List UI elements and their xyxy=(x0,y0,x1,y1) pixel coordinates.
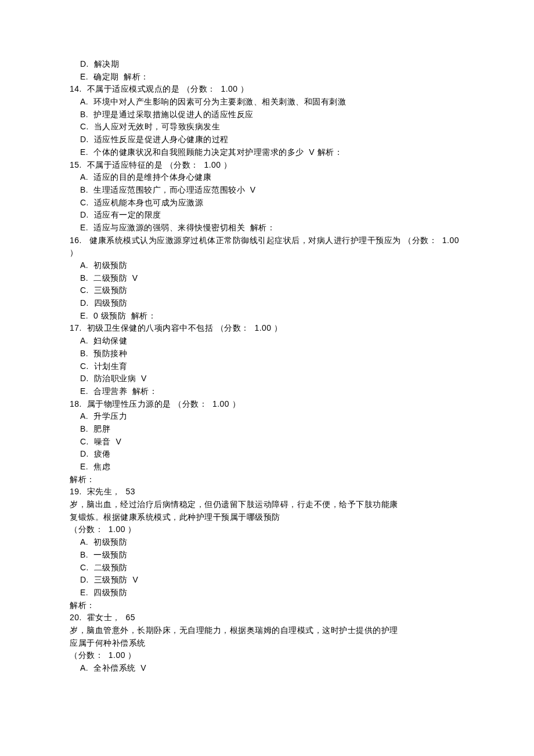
option-line: E. 0 级预防 解析： xyxy=(80,310,464,323)
option-line: B. 护理是通过采取措施以促进人的适应性反应 xyxy=(80,108,464,121)
document-body: D. 解决期E. 确定期 解析：14. 不属于适应模式观点的是 （分数： 1.0… xyxy=(70,58,464,675)
option-line: B. 二级预防 V xyxy=(80,272,464,285)
question-line: 解析： xyxy=(70,473,464,486)
option-line: A. 环境中对人产生影响的因素可分为主要刺激、相关刺激、和固有刺激 xyxy=(80,96,464,108)
option-line: C. 当人应对无效时，可导致疾病发生 xyxy=(80,121,464,133)
option-line: D. 四级预防 xyxy=(80,297,464,310)
option-line: C. 噪音 V xyxy=(80,436,464,448)
option-line: D. 三级预防 V xyxy=(80,574,464,587)
option-line: D. 解决期 xyxy=(80,58,464,71)
option-line: A. 妇幼保健 xyxy=(80,335,464,348)
question-line: 20. 霍女士， 65 xyxy=(70,612,464,624)
question-line: 17. 初级卫生保健的八项内容中不包括 （分数： 1.00 ） xyxy=(70,322,464,335)
question-line: 应属于何种补偿系统 xyxy=(70,637,464,650)
option-line: A. 升学压力 xyxy=(80,410,464,423)
option-line: A. 适应的目的是维持个体身心健康 xyxy=(80,171,464,184)
question-line: ） xyxy=(70,247,464,259)
question-line: 解析： xyxy=(70,599,464,612)
option-line: A. 初级预防 xyxy=(80,536,464,549)
question-line: 16. 健康系统模式认为应激源穿过机体正常防御线引起症状后，对病人进行护理干预应… xyxy=(70,234,464,247)
option-line: E. 个体的健康状况和自我照顾能力决定其对护理需求的多少 V 解析： xyxy=(80,146,464,159)
option-line: D. 适应有一定的限度 xyxy=(80,209,464,222)
option-line: E. 焦虑 xyxy=(80,461,464,473)
option-line: E. 确定期 解析： xyxy=(80,71,464,84)
question-line: 18. 属于物理性压力源的是 （分数： 1.00 ） xyxy=(70,398,464,411)
question-line: （分数： 1.00 ） xyxy=(70,523,464,536)
question-line: 复锻炼。根据健康系统模式，此种护理干预属于哪级预防 xyxy=(70,511,464,524)
question-line: 14. 不属于适应模式观点的是 （分数： 1.00 ） xyxy=(70,83,464,96)
option-line: B. 生理适应范围较广，而心理适应范围较小 V xyxy=(80,184,464,197)
question-line: 岁，脑出血，经过治疗后病情稳定，但仍遗留下肢运动障碍，行走不便，给予下肢功能康 xyxy=(70,498,464,511)
option-line: C. 计划生育 xyxy=(80,360,464,373)
option-line: A. 全补偿系统 V xyxy=(80,662,464,675)
option-line: B. 预防接种 xyxy=(80,348,464,360)
question-line: 15. 不属于适应特征的是 （分数： 1.00 ） xyxy=(70,159,464,172)
question-line: 岁，脑血管意外，长期卧床，无自理能力，根据奥瑞姆的自理模式，这时护士提供的护理 xyxy=(70,624,464,637)
option-line: A. 初级预防 xyxy=(80,259,464,272)
question-line: （分数： 1.00 ） xyxy=(70,649,464,662)
option-line: D. 防治职业病 V xyxy=(80,372,464,385)
option-line: B. 一级预防 xyxy=(80,549,464,562)
option-line: E. 适应与应激源的强弱、来得快慢密切相关 解析： xyxy=(80,222,464,234)
question-line: 19. 宋先生， 53 xyxy=(70,486,464,498)
option-line: C. 适应机能本身也可成为应激源 xyxy=(80,197,464,209)
option-line: D. 疲倦 xyxy=(80,448,464,461)
option-line: B. 肥胖 xyxy=(80,423,464,436)
option-line: D. 适应性反应是促进人身心健康的过程 xyxy=(80,133,464,146)
option-line: C. 三级预防 xyxy=(80,284,464,297)
option-line: C. 二级预防 xyxy=(80,562,464,574)
option-line: E. 四级预防 xyxy=(80,587,464,599)
option-line: E. 合理营养 解析： xyxy=(80,385,464,398)
